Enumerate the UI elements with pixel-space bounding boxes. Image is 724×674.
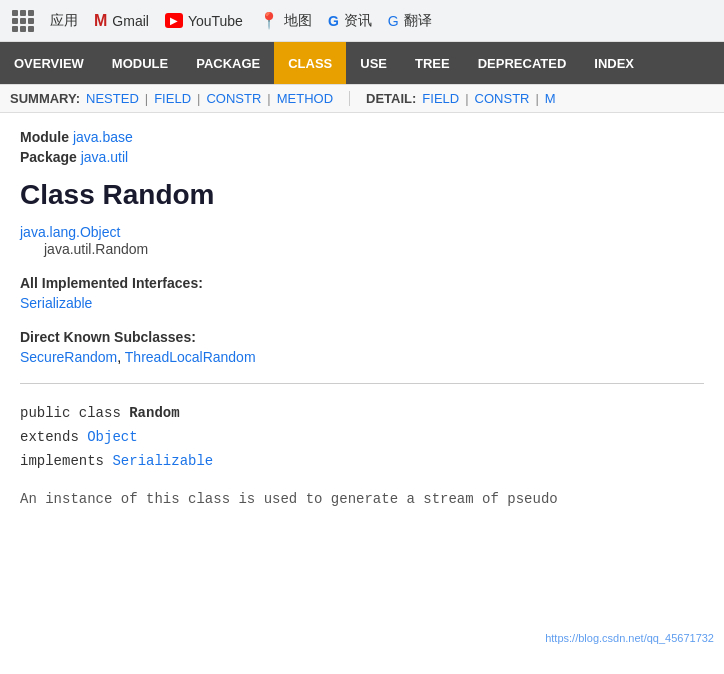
implements-keyword: implements [20,453,112,469]
inheritance-tree: java.lang.Object java.util.Random [20,223,704,257]
class-title: Class Random [20,179,704,211]
summary-label: SUMMARY: [10,91,80,106]
module-line: Module java.base [20,129,704,145]
code-line-2: extends Object [20,426,704,450]
summary-nested-link[interactable]: NESTED [86,91,139,106]
class-name-bold: Random [129,405,179,421]
subclasses-links: SecureRandom, ThreadLocalRandom [20,349,704,365]
extends-keyword: extends [20,429,87,445]
package-value-link[interactable]: java.util [81,149,128,165]
nav-item-package[interactable]: PACKAGE [182,42,274,84]
toolbar-gmail[interactable]: M Gmail [94,12,149,30]
interfaces-label: All Implemented Interfaces: [20,275,704,291]
summary-constr-link[interactable]: CONSTR [206,91,261,106]
nav-item-tree[interactable]: TREE [401,42,464,84]
package-label: Package [20,149,77,165]
detail-field-link[interactable]: FIELD [422,91,459,106]
implements-link[interactable]: Serializable [112,453,213,469]
code-line-1: public class Random [20,402,704,426]
maps-icon: 📍 [259,11,279,30]
toolbar-youtube[interactable]: ▶ YouTube [165,13,243,29]
module-value-link[interactable]: java.base [73,129,133,145]
toolbar-news[interactable]: G 资讯 [328,12,372,30]
secure-random-link[interactable]: SecureRandom [20,349,117,365]
nav-item-class[interactable]: CLASS [274,42,346,84]
browser-toolbar: 应用 M Gmail ▶ YouTube 📍 地图 G 资讯 G 翻译 [0,0,724,42]
interfaces-links: Serializable [20,295,704,311]
public-keyword: public class [20,405,129,421]
bottom-description: An instance of this class is used to gen… [20,491,704,507]
translate-icon: G [388,13,399,29]
detail-section: DETAIL: FIELD | CONSTR | M [366,91,556,106]
module-label: Module [20,129,69,145]
serializable-link[interactable]: Serializable [20,295,92,311]
maps-label: 地图 [284,12,312,30]
apps-label: 应用 [50,12,78,30]
subclasses-section: Direct Known Subclasses: SecureRandom, T… [20,329,704,365]
code-block: public class Random extends Object imple… [20,402,704,473]
code-line-3: implements Serializable [20,450,704,474]
nav-item-use[interactable]: USE [346,42,401,84]
detail-constr-link[interactable]: CONSTR [475,91,530,106]
section-divider [20,383,704,384]
youtube-label: YouTube [188,13,243,29]
detail-method-link[interactable]: M [545,91,556,106]
package-line: Package java.util [20,149,704,165]
nav-bar: OVERVIEW MODULE PACKAGE CLASS USE TREE D… [0,42,724,84]
summary-field-link[interactable]: FIELD [154,91,191,106]
main-content: Module java.base Package java.util Class… [0,113,724,523]
extends-link[interactable]: Object [87,429,137,445]
summary-method-link[interactable]: METHOD [277,91,333,106]
nav-item-index[interactable]: INDEX [580,42,648,84]
youtube-icon: ▶ [165,13,183,28]
translate-label: 翻译 [404,12,432,30]
toolbar-translate[interactable]: G 翻译 [388,12,432,30]
toolbar-apps: 应用 [50,12,78,30]
summary-bar: SUMMARY: NESTED | FIELD | CONSTR | METHO… [0,84,724,113]
subclasses-label: Direct Known Subclasses: [20,329,704,345]
nav-item-overview[interactable]: OVERVIEW [0,42,98,84]
news-label: 资讯 [344,12,372,30]
detail-label: DETAIL: [366,91,416,106]
interfaces-section: All Implemented Interfaces: Serializable [20,275,704,311]
toolbar-maps[interactable]: 📍 地图 [259,11,312,30]
apps-icon[interactable] [12,10,34,32]
nav-item-deprecated[interactable]: DEPRECATED [464,42,581,84]
summary-section: SUMMARY: NESTED | FIELD | CONSTR | METHO… [10,91,333,106]
gmail-icon: M [94,12,107,30]
parent-class-link[interactable]: java.lang.Object [20,224,120,240]
thread-local-random-link[interactable]: ThreadLocalRandom [125,349,256,365]
nav-item-module[interactable]: MODULE [98,42,182,84]
news-icon: G [328,13,339,29]
child-class: java.util.Random [44,241,704,257]
gmail-label: Gmail [112,13,149,29]
